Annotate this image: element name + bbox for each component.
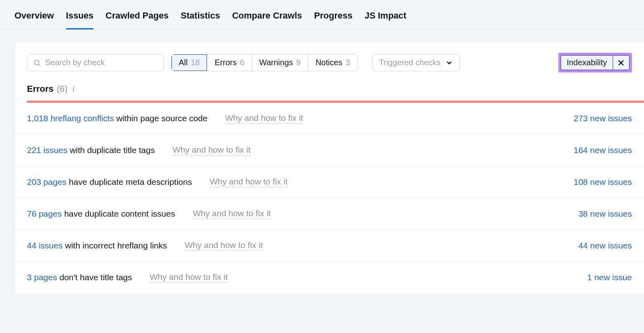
why-and-how-link[interactable]: Why and how to fix it (185, 240, 263, 251)
section-count: (6) (57, 84, 68, 94)
tab-crawled-pages[interactable]: Crawled Pages (105, 6, 169, 29)
issue-link[interactable]: 203 pages (27, 177, 66, 187)
filter-all[interactable]: All 18 (171, 54, 207, 71)
category-chip-label[interactable]: Indexability (561, 56, 613, 70)
filter-notices-label: Notices (316, 58, 343, 67)
issue-row: 1,018 hreflang conflicts within page sou… (15, 103, 644, 134)
close-icon (617, 59, 625, 67)
tab-js-impact[interactable]: JS Impact (365, 6, 407, 29)
new-issues-link[interactable]: 1 new issue (587, 273, 632, 282)
dropdown-label: Triggered checks (379, 58, 441, 67)
filter-warnings-count: 9 (296, 58, 301, 67)
new-issues-link[interactable]: 38 new issues (578, 209, 632, 219)
category-chip-remove[interactable] (613, 56, 629, 70)
issue-link[interactable]: 3 pages (27, 273, 57, 282)
section-name: Errors (27, 84, 54, 94)
filter-notices-count: 3 (346, 58, 350, 67)
filter-all-label: All (179, 58, 188, 67)
search-box[interactable] (27, 54, 164, 71)
issue-row: 221 issues with duplicate title tags Why… (15, 134, 644, 166)
main-tabs: Overview Issues Crawled Pages Statistics… (0, 0, 644, 30)
search-icon (33, 59, 41, 67)
issue-description: with incorrect hreflang links (65, 241, 167, 250)
new-issues-link[interactable]: 164 new issues (574, 145, 632, 155)
search-input[interactable] (45, 58, 158, 67)
severity-filter-group: All 18 Errors 6 Warnings 9 Notices 3 (171, 54, 358, 71)
issue-row: 44 issues with incorrect hreflang links … (15, 230, 644, 262)
issue-description: within page source code (116, 114, 207, 123)
category-chip-highlight: Indexability (558, 53, 632, 72)
issue-link[interactable]: 1,018 hreflang conflicts (27, 114, 114, 123)
filter-warnings-label: Warnings (259, 58, 293, 67)
why-and-how-link[interactable]: Why and how to fix it (210, 177, 288, 187)
tab-statistics[interactable]: Statistics (181, 6, 220, 29)
issue-description: with duplicate title tags (70, 145, 155, 155)
chevron-down-icon (445, 59, 453, 67)
tab-overview[interactable]: Overview (14, 6, 54, 29)
svg-point-0 (34, 60, 39, 65)
issue-description: don't have title tags (60, 273, 132, 282)
issue-link[interactable]: 76 pages (27, 209, 62, 219)
filter-errors-label: Errors (215, 58, 236, 67)
info-icon[interactable]: i (72, 85, 75, 94)
tab-progress[interactable]: Progress (314, 6, 352, 29)
why-and-how-link[interactable]: Why and how to fix it (225, 113, 303, 124)
issue-link[interactable]: 221 issues (27, 145, 67, 155)
why-and-how-link[interactable]: Why and how to fix it (173, 145, 251, 155)
filter-warnings[interactable]: Warnings 9 (252, 54, 308, 71)
why-and-how-link[interactable]: Why and how to fix it (193, 209, 271, 219)
filter-notices[interactable]: Notices 3 (308, 54, 357, 71)
tab-issues[interactable]: Issues (66, 6, 94, 29)
filter-all-count: 18 (191, 58, 200, 67)
issue-description: have duplicate meta descriptions (69, 177, 192, 187)
issue-row: 3 pages don't have title tags Why and ho… (15, 262, 644, 293)
filter-errors-count: 6 (240, 58, 244, 67)
svg-line-1 (39, 64, 40, 66)
new-issues-link[interactable]: 44 new issues (578, 241, 632, 250)
issues-panel: All 18 Errors 6 Warnings 9 Notices 3 Tri… (14, 42, 644, 293)
new-issues-link[interactable]: 273 new issues (574, 114, 632, 123)
issue-row: 203 pages have duplicate meta descriptio… (15, 166, 644, 198)
issue-row: 76 pages have duplicate content issues W… (15, 198, 644, 230)
issue-link[interactable]: 44 issues (27, 241, 63, 250)
triggered-checks-dropdown[interactable]: Triggered checks (372, 54, 460, 71)
errors-section-title: Errors (6) i (15, 84, 644, 101)
why-and-how-link[interactable]: Why and how to fix it (150, 272, 228, 283)
issue-description: have duplicate content issues (64, 209, 175, 219)
filter-errors[interactable]: Errors 6 (207, 54, 252, 71)
new-issues-link[interactable]: 108 new issues (574, 177, 632, 187)
tab-compare-crawls[interactable]: Compare Crawls (232, 6, 302, 29)
toolbar: All 18 Errors 6 Warnings 9 Notices 3 Tri… (15, 53, 644, 84)
category-chip: Indexability (561, 55, 630, 70)
